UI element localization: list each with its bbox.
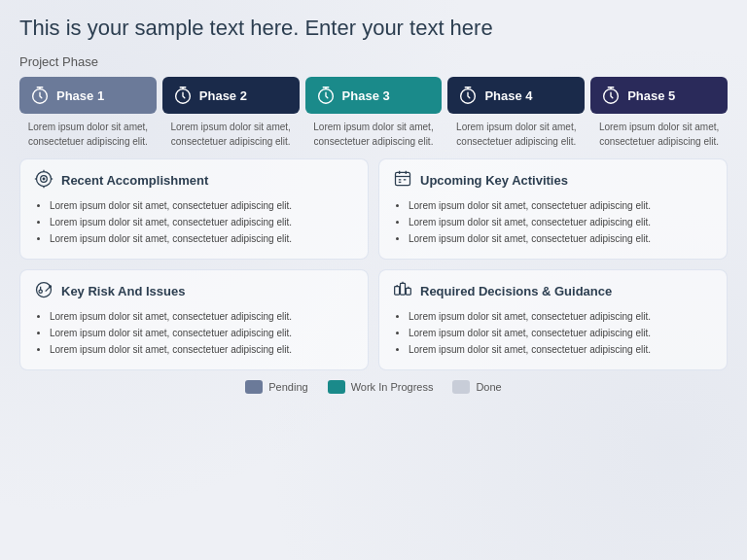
legend-label-wip: Work In Progress [351, 381, 434, 393]
section-title-decisions: Required Decisions & Guidance [393, 280, 713, 302]
legend: Pending Work In Progress Done [19, 380, 728, 394]
section-card-accomplishment: Recent Accomplishment Lorem ipsum dolor … [19, 158, 369, 260]
phase-1-button[interactable]: Phase 1 [19, 77, 157, 114]
section-card-activities: Upcoming Key Activities Lorem ipsum dolo… [378, 158, 728, 260]
decisions-icon [393, 280, 412, 302]
svg-point-20 [39, 290, 42, 293]
legend-item-wip: Work In Progress [328, 380, 434, 394]
phase-5-desc: Lorem ipsum dolor sit amet, consectetuer… [590, 120, 728, 149]
decisions-list: Lorem ipsum dolor sit amet, consectetuer… [393, 310, 713, 357]
phase-col-5: Phase 5Lorem ipsum dolor sit amet, conse… [590, 77, 728, 149]
phase-3-button[interactable]: Phase 3 [305, 77, 443, 114]
page-wrapper: This is your sample text here. Enter you… [0, 0, 747, 560]
svg-rect-25 [401, 283, 406, 295]
list-item: Lorem ipsum dolor sit amet, consectetuer… [409, 327, 713, 340]
legend-label-done: Done [476, 381, 501, 393]
phase-2-label: Phase 2 [199, 88, 247, 103]
list-item: Lorem ipsum dolor sit amet, consectetuer… [50, 310, 354, 324]
risks-list: Lorem ipsum dolor sit amet, consectetuer… [34, 310, 354, 357]
phase-col-3: Phase 3Lorem ipsum dolor sit amet, conse… [305, 77, 443, 149]
section-label: Project Phase [19, 54, 728, 69]
accomplishment-list: Lorem ipsum dolor sit amet, consectetuer… [34, 199, 354, 246]
legend-box-wip [328, 380, 345, 394]
bottom-grid: Recent Accomplishment Lorem ipsum dolor … [19, 158, 728, 370]
list-item: Lorem ipsum dolor sit amet, consectetuer… [409, 310, 713, 324]
list-item: Lorem ipsum dolor sit amet, consectetuer… [409, 216, 713, 229]
phase-5-button[interactable]: Phase 5 [590, 77, 728, 114]
svg-rect-24 [395, 287, 400, 295]
activities-label: Upcoming Key Activities [420, 173, 568, 188]
list-item: Lorem ipsum dolor sit amet, consectetuer… [50, 343, 354, 357]
list-item: Lorem ipsum dolor sit amet, consectetuer… [50, 232, 354, 246]
phase-3-desc: Lorem ipsum dolor sit amet, consectetuer… [305, 120, 443, 149]
section-card-risks: Key Risk And Issues Lorem ipsum dolor si… [19, 269, 369, 370]
accomplishment-icon [34, 169, 53, 192]
svg-rect-26 [406, 288, 410, 295]
decisions-label: Required Decisions & Guidance [420, 284, 612, 298]
section-title-risks: Key Risk And Issues [34, 280, 354, 302]
main-title: This is your sample text here. Enter you… [19, 16, 728, 41]
legend-label-pending: Pending [268, 381, 307, 393]
risks-label: Key Risk And Issues [61, 284, 185, 298]
legend-item-pending: Pending [245, 380, 307, 394]
legend-box-done [452, 380, 470, 394]
list-item: Lorem ipsum dolor sit amet, consectetuer… [50, 327, 354, 340]
section-title-accomplishment: Recent Accomplishment [34, 169, 354, 192]
phase-4-button[interactable]: Phase 4 [447, 77, 585, 114]
phase-1-label: Phase 1 [56, 88, 104, 103]
svg-point-19 [37, 283, 52, 298]
phase-2-desc: Lorem ipsum dolor sit amet, consectetuer… [162, 120, 300, 149]
phase-4-label: Phase 4 [484, 88, 532, 103]
accomplishment-label: Recent Accomplishment [61, 173, 208, 188]
risks-icon [34, 280, 53, 302]
legend-box-pending [245, 380, 263, 394]
section-title-activities: Upcoming Key Activities [393, 169, 713, 192]
phase-row: Phase 1Lorem ipsum dolor sit amet, conse… [19, 77, 728, 149]
list-item: Lorem ipsum dolor sit amet, consectetuer… [409, 343, 713, 357]
section-card-decisions: Required Decisions & Guidance Lorem ipsu… [378, 269, 728, 370]
list-item: Lorem ipsum dolor sit amet, consectetuer… [50, 199, 354, 213]
phase-1-desc: Lorem ipsum dolor sit amet, consectetuer… [19, 120, 157, 149]
activities-list: Lorem ipsum dolor sit amet, consectetuer… [393, 199, 713, 246]
phase-2-button[interactable]: Phase 2 [162, 77, 300, 114]
phase-4-desc: Lorem ipsum dolor sit amet, consectetuer… [447, 120, 585, 149]
svg-point-23 [50, 286, 52, 288]
svg-rect-12 [396, 172, 410, 185]
activities-icon [393, 169, 412, 192]
phase-3-label: Phase 3 [342, 88, 390, 103]
svg-point-7 [43, 178, 45, 180]
list-item: Lorem ipsum dolor sit amet, consectetuer… [409, 232, 713, 246]
phase-col-1: Phase 1Lorem ipsum dolor sit amet, conse… [19, 77, 157, 149]
phase-col-2: Phase 2Lorem ipsum dolor sit amet, conse… [162, 77, 300, 149]
legend-item-done: Done [452, 380, 501, 394]
list-item: Lorem ipsum dolor sit amet, consectetuer… [409, 199, 713, 213]
phase-5-label: Phase 5 [627, 88, 675, 103]
list-item: Lorem ipsum dolor sit amet, consectetuer… [50, 216, 354, 229]
phase-col-4: Phase 4Lorem ipsum dolor sit amet, conse… [447, 77, 585, 149]
